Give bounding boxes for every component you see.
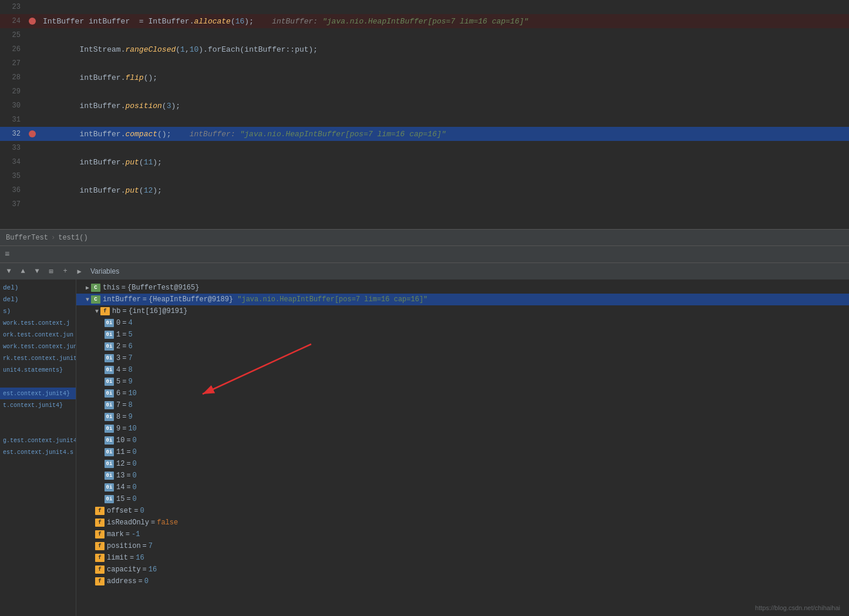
tree-arr-6-name: 6 [116,389,120,398]
code-line-26: 26 IntStream.rangeClosed(1,10).forEach(i… [0,42,849,56]
tree-arr-11-val: 0 [133,448,137,456]
tree-arr-3-name: 3 [116,354,120,362]
tree-hb[interactable]: ▼ f hb = {int[16]@9191} [76,305,849,317]
tree-arr-13-name: 13 [116,472,124,480]
tree-this-icon: C [91,284,100,292]
tree-field-isreadonly[interactable]: f isReadOnly = false [76,517,849,529]
tree-field-limit-icon: f [95,554,105,562]
code-lines: 23 24 IntBuffer intBuffer = IntBuffer.al… [0,0,849,211]
line-num-30: 30 [0,102,26,110]
down-btn[interactable]: ▼ [31,265,43,277]
tree-arr-2-name: 2 [116,342,120,351]
tree-field-offset-val: 0 [140,507,144,515]
tree-arr-7-val: 8 [128,401,132,409]
sidebar-mini-7: rk.test.context.junit [0,352,76,364]
tree-arr-10-name: 10 [116,436,124,445]
tree-arr-9[interactable]: 0i 9 = 10 [76,423,849,435]
tree-arr-11-icon: 0i [105,448,114,456]
tree-field-capacity[interactable]: f capacity = 16 [76,564,849,575]
tree-arr-7[interactable]: 0i 7 = 8 [76,399,849,411]
tree-field-capacity-val: 16 [149,565,157,574]
code-line-33: 33 [0,141,849,155]
tree-arr-2[interactable]: 0i 2 = 6 [76,341,849,352]
sidebar-mini-9 [0,376,76,388]
tree-arr-7-name: 7 [116,401,120,409]
play-btn[interactable]: ▶ [73,265,85,277]
tree-intbuffer[interactable]: ▼ C intBuffer = {HeapIntBuffer@9189} "ja… [76,294,849,305]
tree-field-mark[interactable]: f mark = -1 [76,529,849,540]
tree-arr-14[interactable]: 0i 14 = 0 [76,482,849,493]
code-content-32: intBuffer.compact(); intBuffer: "java.ni… [38,130,849,139]
tree-arr-14-icon: 0i [105,483,114,492]
sidebar-mini-14: g.test.context.junit4 [0,435,76,446]
tree-field-capacity-name: capacity [107,565,141,574]
tree-arr-10-val: 0 [133,436,137,445]
code-line-25: 25 [0,28,849,42]
code-line-24: 24 IntBuffer intBuffer = IntBuffer.alloc… [0,14,849,28]
tree-arr-6[interactable]: 0i 6 = 10 [76,388,849,399]
tree-arr-5-icon: 0i [105,378,114,386]
tree-arr-4[interactable]: 0i 4 = 8 [76,364,849,376]
tree-this[interactable]: ▶ C this = {BufferTest@9165} [76,282,849,294]
debug-separator: ≡ [0,245,849,263]
tree-arr-10[interactable]: 0i 10 = 0 [76,435,849,446]
tree-arr-2-val: 6 [128,342,132,351]
tree-field-limit[interactable]: f limit = 16 [76,552,849,564]
left-mini-sidebar: del) del) s) work.test.context.j ork.tes… [0,280,76,616]
tree-field-address[interactable]: f address = 0 [76,575,849,587]
tree-field-position-name: position [107,542,141,550]
tree-arr-8[interactable]: 0i 8 = 9 [76,411,849,423]
tree-arr-5[interactable]: 0i 5 = 9 [76,376,849,388]
tree-arr-14-val: 0 [133,483,137,492]
tree-arr-15[interactable]: 0i 15 = 0 [76,493,849,505]
tree-arr-1-val: 5 [128,331,132,339]
code-line-28: 28 intBuffer.flip(); [0,70,849,85]
line-num-31: 31 [0,116,26,124]
add-btn[interactable]: + [59,265,71,277]
code-content-28: intBuffer.flip(); [38,73,849,82]
breadcrumb-bar: BufferTest › test1() [0,229,849,245]
tree-arr-7-icon: 0i [105,401,114,409]
code-line-30: 30 intBuffer.position(3); [0,99,849,113]
tree-arr-9-icon: 0i [105,425,114,433]
tree-arr-13[interactable]: 0i 13 = 0 [76,470,849,482]
filter-btn[interactable]: ⊞ [45,265,57,277]
tree-field-isreadonly-val: false [157,519,178,527]
code-editor: 23 24 IntBuffer intBuffer = IntBuffer.al… [0,0,849,229]
tree-arr-4-icon: 0i [105,366,114,374]
tree-arr-3-icon: 0i [105,354,114,362]
line-num-35: 35 [0,172,26,180]
tree-arr-5-val: 9 [128,378,132,386]
dropdown-btn[interactable]: ▼ [3,265,15,277]
tree-arr-0-val: 4 [128,319,132,327]
tree-field-offset-name: offset [107,507,132,515]
tree-arr-1-icon: 0i [105,331,114,339]
up-btn[interactable]: ▲ [17,265,29,277]
tree-field-offset-icon: f [95,507,105,515]
sidebar-mini-5: ork.test.context.jun [0,329,76,341]
tree-field-position-val: 7 [149,542,153,550]
code-line-29: 29 [0,85,849,99]
tree-field-isreadonly-icon: f [95,519,105,527]
code-line-23: 23 [0,0,849,14]
tree-arr-1[interactable]: 0i 1 = 5 [76,329,849,341]
code-content-30: intBuffer.position(3); [38,102,849,110]
tree-hb-value: {int[16]@9191} [129,307,188,315]
tree-arr-12[interactable]: 0i 12 = 0 [76,458,849,470]
sidebar-mini-2: del) [0,294,76,305]
tree-arr-0[interactable]: 0i 0 = 4 [76,317,849,329]
tree-arr-3[interactable]: 0i 3 = 7 [76,352,849,364]
line-num-26: 26 [0,45,26,53]
line-num-36: 36 [0,186,26,194]
code-line-32: 32 intBuffer.compact(); intBuffer: "java… [0,127,849,141]
tree-field-mark-icon: f [95,530,105,538]
tree-arr-8-val: 9 [128,413,132,421]
tree-arr-11[interactable]: 0i 11 = 0 [76,446,849,458]
line-num-24: 24 [0,17,26,25]
tree-field-position[interactable]: f position = 7 [76,540,849,552]
sidebar-mini-10: est.context.junit4} [0,388,76,399]
tree-field-offset[interactable]: f offset = 0 [76,505,849,517]
breadcrumb-class: BufferTest [6,234,48,242]
tree-this-name: this [103,284,120,292]
code-line-27: 27 [0,56,849,70]
